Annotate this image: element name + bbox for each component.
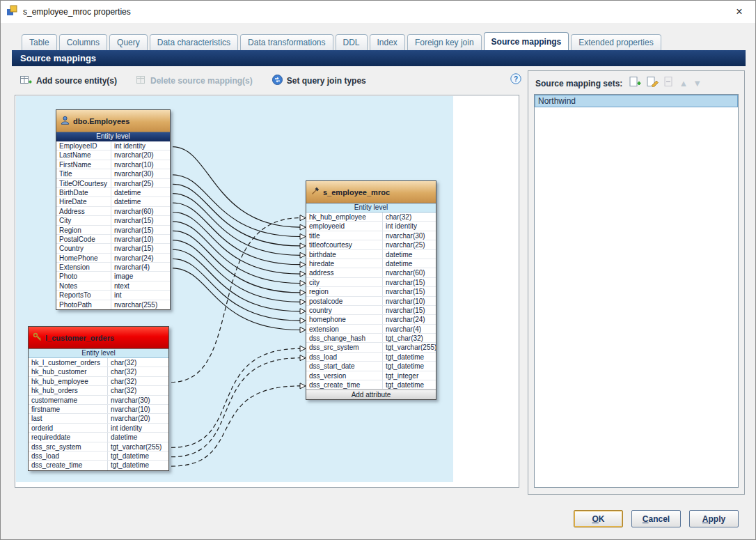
tab-ddl[interactable]: DDL (336, 34, 368, 51)
column-name: dss_load (29, 452, 108, 460)
entity-column-row[interactable]: dss_versiontgt_integer (306, 371, 436, 380)
entity-column-row[interactable]: birthdatedatetime (306, 250, 436, 259)
tab-query[interactable]: Query (109, 34, 148, 51)
entity-l-customer-orders[interactable]: l_customer_ordersEntity levelhk_l_custom… (28, 326, 169, 471)
entity-header[interactable]: l_customer_orders (29, 327, 168, 349)
tab-table[interactable]: Table (22, 34, 57, 51)
ok-button[interactable]: OK (574, 510, 623, 527)
entity-column-row[interactable]: dss_create_timetgt_datetime (29, 461, 168, 470)
entity-header[interactable]: dbo.Employees (56, 110, 170, 132)
entity-column-row[interactable]: Extensionnvarchar(4) (56, 263, 170, 272)
mapping-line[interactable] (171, 218, 300, 383)
tab-foreign-key-join[interactable]: Foreign key join (407, 34, 482, 51)
entity-column-row[interactable]: Addressnvarchar(60) (56, 207, 170, 216)
entity-column-row[interactable]: hk_hub_employeechar(32) (306, 213, 436, 222)
close-icon[interactable]: × (729, 3, 750, 21)
entity-column-row[interactable]: Photoimage (56, 272, 170, 281)
entity-column-row[interactable]: dss_create_timetgt_datetime (306, 380, 436, 389)
help-icon[interactable]: ? (510, 73, 521, 87)
entity-column-row[interactable]: dss_src_systemtgt_varchar(255) (29, 442, 168, 452)
entity-column-row[interactable]: hiredatedatetime (306, 259, 436, 268)
entity-column-row[interactable]: dss_loadtgt_datetime (306, 353, 436, 362)
rename-set-icon[interactable] (647, 77, 659, 90)
entity-column-row[interactable]: HireDatedatetime (56, 197, 170, 206)
set-query-join-types-label: Set query join types (287, 76, 366, 86)
mapping-line[interactable] (171, 358, 300, 457)
entity-column-row[interactable]: ReportsToint (56, 291, 170, 300)
entity-column-row[interactable]: dss_loadtgt_datetime (29, 452, 168, 461)
entity-column-row[interactable]: homephonenvarchar(24) (306, 315, 436, 324)
column-type: datetime (383, 250, 436, 259)
column-name: dss_create_time (306, 380, 383, 389)
entity-column-row[interactable]: Countrynvarchar(15) (56, 244, 170, 253)
mapping-arrowhead (300, 383, 306, 389)
entity-column-row[interactable]: FirstNamenvarchar(10) (56, 160, 170, 169)
entity-column-row[interactable]: hk_hub_employeechar(32) (29, 377, 168, 386)
entity-column-row[interactable]: BirthDatedatetime (56, 188, 170, 197)
entity-column-row[interactable]: Notesntext (56, 281, 170, 291)
mapping-line[interactable] (173, 268, 300, 330)
column-name: birthdate (306, 250, 383, 259)
tab-extended-properties[interactable]: Extended properties (571, 34, 661, 51)
entity-column-row[interactable]: PhotoPathnvarchar(255) (56, 300, 170, 309)
mapping-line[interactable] (173, 249, 300, 311)
mapping-line[interactable] (173, 231, 300, 293)
column-type: ntext (111, 281, 170, 290)
entity-column-row[interactable]: Citynvarchar(15) (56, 216, 170, 225)
column-type: nvarchar(30) (108, 396, 168, 404)
entity-column-row[interactable]: PostalCodenvarchar(10) (56, 235, 170, 244)
entity-column-row[interactable]: firstnamenvarchar(10) (29, 405, 168, 414)
entity-column-row[interactable]: extensionnvarchar(4) (306, 325, 436, 334)
entity-column-row[interactable]: customernamenvarchar(30) (29, 396, 168, 405)
column-type: tgt_datetime (108, 452, 168, 460)
entity-column-row[interactable]: dss_src_systemtgt_varchar(255) (306, 343, 436, 352)
entity-column-row[interactable]: dss_change_hashtgt_char(32) (306, 334, 436, 343)
entity-column-row[interactable]: LastNamenvarchar(20) (56, 151, 170, 160)
entity-column-row[interactable]: postalcodenvarchar(10) (306, 297, 436, 306)
column-name: hk_l_customer_orders (29, 358, 108, 367)
entity-column-row[interactable]: countrynvarchar(15) (306, 306, 436, 315)
entity-column-row[interactable]: EmployeeIDint identity (56, 141, 170, 151)
mapping-arrowhead (300, 271, 306, 277)
tab-source-mappings[interactable]: Source mappings (484, 32, 569, 51)
entity-column-row[interactable]: HomePhonenvarchar(24) (56, 254, 170, 263)
entity-column-row[interactable]: hk_hub_orderschar(32) (29, 386, 168, 395)
entity-column-row[interactable]: regionnvarchar(15) (306, 287, 436, 296)
entity-column-row[interactable]: employeeidint identity (306, 222, 436, 231)
entity-column-row[interactable]: TitleOfCourtesynvarchar(25) (56, 179, 170, 188)
set-query-join-types-button[interactable]: Set query join types (272, 75, 366, 87)
entity-column-row[interactable]: Titlenvarchar(30) (56, 169, 170, 178)
mapping-line[interactable] (173, 147, 300, 227)
mapping-line[interactable] (171, 348, 300, 447)
entity-column-row[interactable]: addressnvarchar(60) (306, 268, 436, 277)
mapping-line[interactable] (171, 386, 300, 466)
entity-column-row[interactable]: hk_hub_customerchar(32) (29, 367, 168, 376)
entity-column-row[interactable]: hk_l_customer_orderschar(32) (29, 358, 168, 367)
entity-column-row[interactable]: dss_start_datetgt_datetime (306, 362, 436, 371)
source-mapping-set-item[interactable]: Northwind (535, 95, 738, 107)
entity-column-row[interactable]: orderidint identity (29, 424, 168, 433)
tab-data-characteristics[interactable]: Data characteristics (150, 34, 238, 51)
tab-index[interactable]: Index (370, 34, 405, 51)
entity-column-row[interactable]: Regionnvarchar(15) (56, 226, 170, 235)
source-mapping-set-list[interactable]: Northwind (534, 94, 739, 488)
entity-s-employee-mroc[interactable]: s_employee_mrocEntity levelhk_hub_employ… (306, 180, 436, 400)
entity-header[interactable]: s_employee_mroc (306, 181, 436, 203)
add-set-icon[interactable] (629, 77, 642, 90)
entity-dbo-employees[interactable]: dbo.EmployeesEntity levelEmployeeIDint i… (56, 109, 171, 310)
apply-button[interactable]: Apply (689, 510, 739, 527)
entity-column-row[interactable]: citynvarchar(15) (306, 278, 436, 287)
tab-columns[interactable]: Columns (59, 34, 107, 51)
add-attribute-button[interactable]: Add attribute (306, 389, 436, 399)
cancel-button[interactable]: Cancel (631, 510, 681, 527)
entity-column-row[interactable]: titlenvarchar(30) (306, 231, 436, 240)
entity-column-row[interactable]: lastnvarchar(20) (29, 414, 168, 423)
column-name: dss_change_hash (306, 334, 383, 342)
entity-column-row[interactable]: titleofcourtesynvarchar(25) (306, 240, 436, 249)
tab-data-transformations[interactable]: Data transformations (240, 34, 333, 51)
entity-column-row[interactable]: requireddatedatetime (29, 433, 168, 442)
mapping-line[interactable] (173, 240, 300, 302)
add-source-entity-button[interactable]: Add source entity(s) (20, 75, 117, 87)
column-name: dss_start_date (306, 362, 383, 370)
mapping-line[interactable] (173, 259, 300, 321)
